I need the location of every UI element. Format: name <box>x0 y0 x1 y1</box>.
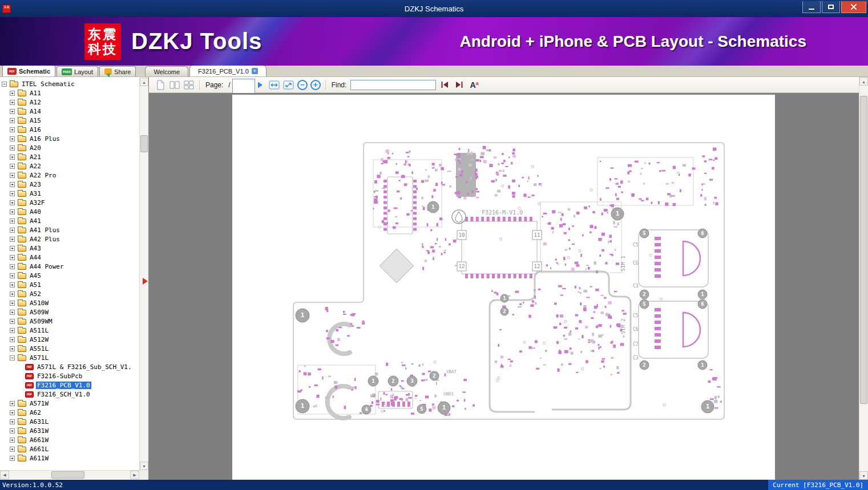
canvas-area[interactable]: F3216-M-V1.0SIM 1SIM 2VBATGND11111111232… <box>149 93 868 480</box>
tree-folder-a512w[interactable]: +A512W <box>0 335 139 344</box>
tree-folder-a661l[interactable]: +A661L <box>0 444 139 453</box>
expand-icon[interactable]: + <box>10 91 15 96</box>
expand-icon[interactable]: + <box>10 410 15 415</box>
tree-folder-a41-plus[interactable]: +A41 Plus <box>0 225 139 234</box>
tree-folder-a40[interactable]: +A40 <box>0 207 139 216</box>
tree-folder-a509wm[interactable]: +A509WM <box>0 317 139 326</box>
tree-folder-a41[interactable]: +A41 <box>0 216 139 225</box>
tree-folder-a509w[interactable]: +A509W <box>0 307 139 317</box>
tree-folder-a551l[interactable]: +A551L <box>0 344 139 353</box>
expand-icon[interactable]: + <box>10 155 15 160</box>
tree-file-f3216-pcb-v1-0[interactable]: PDFF3216_PCB_V1.0 <box>0 380 139 390</box>
expand-icon[interactable]: + <box>10 346 15 351</box>
tree-folder-a611w[interactable]: +A611W <box>0 453 139 463</box>
expand-icon[interactable]: + <box>10 209 15 214</box>
expand-icon[interactable]: + <box>10 109 15 114</box>
close-tab-icon[interactable]: × <box>252 68 258 74</box>
expand-icon[interactable]: + <box>10 419 15 424</box>
expand-icon[interactable]: + <box>10 291 15 297</box>
tab-layout[interactable]: PADS Layout <box>56 66 98 76</box>
tree-folder-a661w[interactable]: +A661W <box>0 435 139 444</box>
tree-folder-a22[interactable]: +A22 <box>0 161 139 171</box>
expand-icon[interactable]: + <box>10 337 15 342</box>
expand-icon[interactable]: + <box>10 438 15 443</box>
expand-icon[interactable]: + <box>10 255 15 260</box>
tree-folder-a571w[interactable]: +A571W <box>0 399 139 408</box>
multi-page-view-icon[interactable] <box>183 79 195 91</box>
expand-icon[interactable]: + <box>10 447 15 452</box>
tree-folder-a631l[interactable]: +A631L <box>0 417 139 426</box>
next-page-icon[interactable] <box>255 79 266 91</box>
maximize-button[interactable] <box>822 1 840 13</box>
find-input[interactable] <box>350 80 436 90</box>
tree-folder-a51[interactable]: +A51 <box>0 280 139 289</box>
collapse-icon[interactable]: − <box>2 82 7 87</box>
close-button[interactable] <box>841 1 866 13</box>
scroll-up-icon[interactable]: ▲ <box>140 78 148 86</box>
expand-icon[interactable]: + <box>10 218 15 224</box>
expand-icon[interactable]: + <box>10 200 15 205</box>
zoom-in-icon[interactable]: + <box>310 80 321 90</box>
scroll-down-icon[interactable]: ▼ <box>859 471 868 480</box>
tab-schematic[interactable]: PDF Schematic <box>2 65 55 76</box>
tree-folder-a44[interactable]: +A44 <box>0 253 139 262</box>
tree-folder-a511l[interactable]: +A511L <box>0 326 139 335</box>
expand-icon[interactable]: + <box>10 173 15 178</box>
expand-icon[interactable]: + <box>10 182 15 187</box>
schematic-tree[interactable]: −ITEL Schematic+A11+A12+A14+A15+A16+A16 … <box>0 78 139 470</box>
tree-file-a571l-f3216-sub-sch-v1-[interactable]: PDFA571L & F3216_Sub_SCH_V1. <box>0 362 139 371</box>
expand-icon[interactable]: + <box>10 282 15 287</box>
expand-icon[interactable]: + <box>10 237 15 242</box>
tree-folder-a22-pro[interactable]: +A22 Pro <box>0 171 139 180</box>
tree-folder-a44-power[interactable]: +A44 Power <box>0 262 139 271</box>
expand-icon[interactable]: + <box>10 246 15 251</box>
tab-f3216-pcb[interactable]: F3216_PCB_V1.0 × <box>189 65 267 76</box>
expand-icon[interactable]: + <box>10 328 15 333</box>
expand-icon[interactable]: + <box>10 191 15 196</box>
find-previous-icon[interactable] <box>439 79 450 91</box>
tree-folder-a31[interactable]: +A31 <box>0 189 139 198</box>
match-case-icon[interactable]: A a <box>470 81 478 89</box>
tab-share[interactable]: Share <box>99 66 136 76</box>
tree-folder-a571l[interactable]: −A571L <box>0 353 139 362</box>
tree-folder-a12[interactable]: +A12 <box>0 98 139 107</box>
tab-welcome[interactable]: Welcome <box>145 66 188 76</box>
find-next-icon[interactable] <box>453 79 465 91</box>
fit-width-icon[interactable] <box>269 79 280 91</box>
minimize-button[interactable] <box>802 1 821 13</box>
scroll-left-icon[interactable]: ◀ <box>0 471 9 479</box>
scrollbar-thumb[interactable] <box>51 471 84 479</box>
tree-folder-a15[interactable]: +A15 <box>0 116 139 125</box>
scrollbar-thumb[interactable] <box>860 96 867 404</box>
tree-folder-a20[interactable]: +A20 <box>0 143 139 152</box>
fit-page-icon[interactable] <box>283 79 294 91</box>
tree-folder-a510w[interactable]: +A510W <box>0 298 139 307</box>
tree-folder-a43[interactable]: +A43 <box>0 244 139 253</box>
zoom-out-icon[interactable]: − <box>297 80 308 90</box>
tree-file-f3216-subpcb[interactable]: PDFF3216-SubPcb <box>0 371 139 380</box>
tree-folder-a45[interactable]: +A45 <box>0 271 139 280</box>
expand-icon[interactable]: + <box>10 456 15 461</box>
tree-folder-a11[interactable]: +A11 <box>0 88 139 98</box>
single-page-icon[interactable] <box>155 79 166 91</box>
expand-icon[interactable]: + <box>10 401 15 406</box>
expand-icon[interactable]: + <box>10 301 15 306</box>
tree-folder-a52[interactable]: +A52 <box>0 289 139 298</box>
tree-folder-a42-plus[interactable]: +A42 Plus <box>0 234 139 244</box>
expand-icon[interactable]: + <box>10 264 15 269</box>
collapse-icon[interactable]: − <box>10 355 15 361</box>
tree-folder-a32f[interactable]: +A32F <box>0 198 139 207</box>
tree-folder-a631w[interactable]: +A631W <box>0 426 139 435</box>
tree-horizontal-scrollbar[interactable]: ◀ ▶ <box>0 470 139 479</box>
scrollbar-thumb[interactable] <box>140 135 148 152</box>
scroll-down-icon[interactable]: ▼ <box>140 461 148 470</box>
expand-icon[interactable]: + <box>10 118 15 123</box>
expand-icon[interactable]: + <box>10 136 15 141</box>
collapse-sidebar-arrow[interactable] <box>143 278 151 285</box>
expand-icon[interactable]: + <box>10 127 15 132</box>
tree-folder-a62[interactable]: +A62 <box>0 408 139 417</box>
expand-icon[interactable]: + <box>10 319 15 324</box>
expand-icon[interactable]: + <box>10 100 15 105</box>
expand-icon[interactable]: + <box>10 310 15 315</box>
tree-folder-a16[interactable]: +A16 <box>0 125 139 134</box>
